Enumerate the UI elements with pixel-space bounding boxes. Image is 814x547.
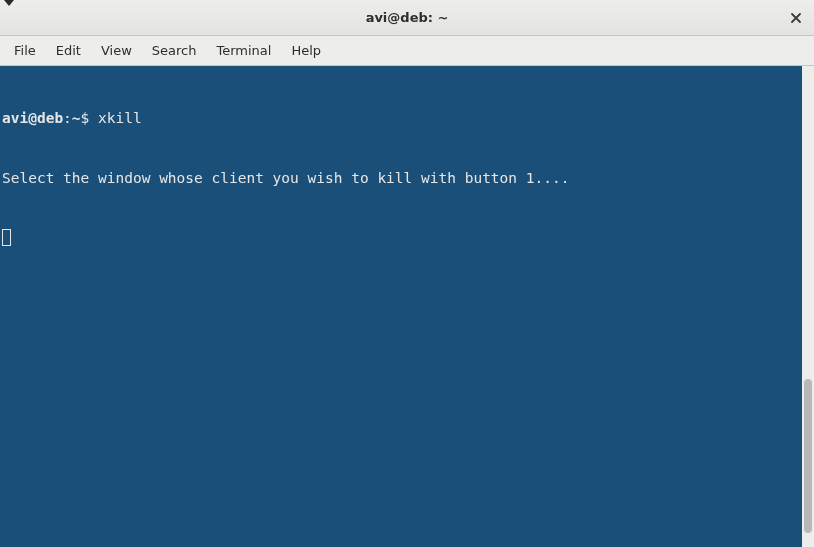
cursor bbox=[2, 229, 11, 246]
close-icon bbox=[790, 12, 802, 24]
scrollbar-thumb[interactable] bbox=[804, 379, 812, 533]
menu-terminal[interactable]: Terminal bbox=[206, 39, 281, 62]
menubar: File Edit View Search Terminal Help bbox=[0, 36, 814, 66]
prompt-symbol: $ bbox=[81, 110, 98, 126]
scrollbar[interactable] bbox=[802, 66, 814, 547]
titlebar: avi@deb: ~ bbox=[0, 0, 814, 36]
menu-file[interactable]: File bbox=[4, 39, 46, 62]
prompt-userhost: avi@deb bbox=[2, 110, 63, 126]
menu-edit[interactable]: Edit bbox=[46, 39, 91, 62]
prompt-sep: : bbox=[63, 110, 72, 126]
command-text: xkill bbox=[98, 110, 142, 126]
close-button[interactable] bbox=[786, 8, 806, 28]
prompt-path: ~ bbox=[72, 110, 81, 126]
terminal[interactable]: avi@deb:~$ xkill Select the window whose… bbox=[0, 66, 802, 547]
terminal-container: avi@deb:~$ xkill Select the window whose… bbox=[0, 66, 814, 547]
menu-view[interactable]: View bbox=[91, 39, 142, 62]
menu-search[interactable]: Search bbox=[142, 39, 207, 62]
prompt-line: avi@deb:~$ xkill bbox=[2, 108, 800, 128]
output-line: Select the window whose client you wish … bbox=[2, 168, 800, 188]
cursor-line bbox=[2, 228, 800, 248]
window-title: avi@deb: ~ bbox=[366, 10, 449, 25]
menu-help[interactable]: Help bbox=[281, 39, 331, 62]
titlebar-decoration bbox=[4, 0, 14, 6]
